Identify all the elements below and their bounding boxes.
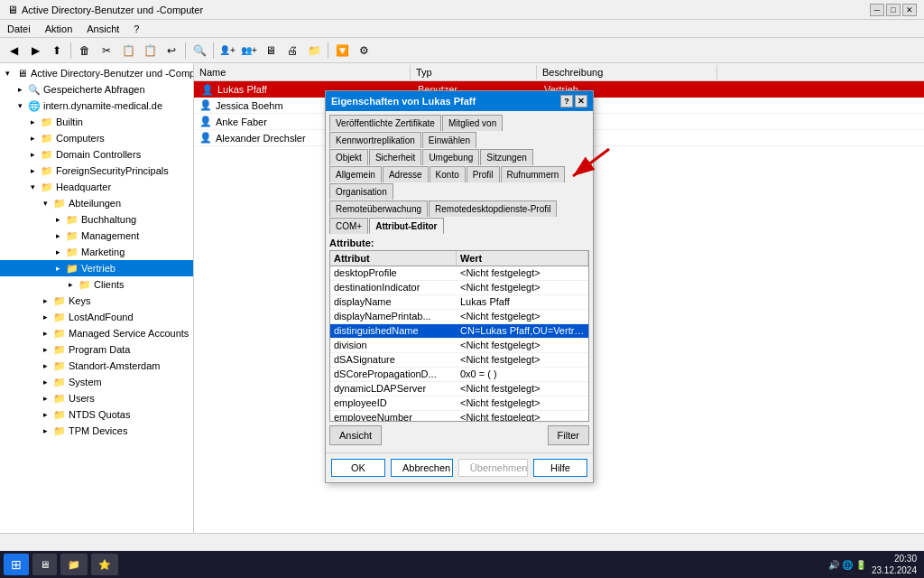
attrib-cell-attr: dSCorePropagationD...	[330, 368, 457, 381]
tab-veroeffentlichte[interactable]: Veröffentlichte Zertifikate	[329, 115, 441, 131]
attrib-cell-val: <Nicht festgelegt>	[457, 382, 588, 396]
tab-rufnummern[interactable]: Rufnummern	[501, 166, 566, 182]
attrib-row[interactable]: dynamicLDAPServer<Nicht festgelegt>	[330, 382, 588, 396]
attrib-row[interactable]: desktopProfile<Nicht festgelegt>	[330, 266, 588, 281]
attrib-row[interactable]: dSASignature<Nicht festgelegt>	[330, 353, 588, 368]
dialog-overlay: Eigenschaften von Lukas Pfaff ? ✕ Veröff…	[0, 0, 924, 578]
attrib-row[interactable]: dSCorePropagationD...0x0 = ( )	[330, 368, 588, 382]
tab-profil[interactable]: Profil	[467, 166, 500, 182]
attrib-cell-val: <Nicht festgelegt>	[457, 281, 588, 294]
attrib-cell-val: <Nicht festgelegt>	[457, 396, 588, 410]
dialog-content: Attribute: Attribut Wert desktopProfile<…	[326, 234, 593, 452]
attrib-cell-attr: displayNamePrintab...	[330, 310, 457, 323]
dialog-footer: OK Abbrechen Übernehmen Hilfe	[326, 452, 593, 482]
attrib-row[interactable]: employeeID<Nicht festgelegt>	[330, 396, 588, 411]
attrib-col-val: Wert	[457, 251, 588, 266]
attrib-cell-val: <Nicht festgelegt>	[457, 266, 588, 280]
tab-organisation[interactable]: Organisation	[329, 183, 393, 200]
attrib-cell-attr: desktopProfile	[330, 266, 457, 280]
attrib-table[interactable]: Attribut Wert desktopProfile<Nicht festg…	[329, 250, 589, 422]
attrib-row[interactable]: employeeNumber<Nicht festgelegt>	[330, 411, 588, 422]
tab-umgebung[interactable]: Umgebung	[422, 149, 479, 165]
tabs-row4: Remoteüberwachung Remotedesktopdienste-P…	[329, 200, 589, 234]
attrib-row[interactable]: displayNamePrintab...<Nicht festgelegt>	[330, 310, 588, 324]
abbrechen-button[interactable]: Abbrechen	[391, 459, 453, 477]
dialog-close-button[interactable]: ✕	[575, 95, 587, 107]
attrib-row[interactable]: distinguishedNameCN=Lukas Pfaff,OU=Vertr…	[330, 324, 588, 339]
hilfe-button[interactable]: Hilfe	[533, 459, 587, 477]
attrib-cell-attr: employeeNumber	[330, 411, 457, 422]
tab-remotedesktop[interactable]: Remotedesktopdienste-Profil	[429, 200, 557, 217]
tab-attribut-editor[interactable]: Attribut-Editor	[369, 218, 443, 234]
tab-konto[interactable]: Konto	[430, 166, 466, 182]
ansicht-button[interactable]: Ansicht	[329, 425, 382, 445]
attrib-cell-attr: distinguishedName	[330, 324, 457, 338]
tab-einwahlen[interactable]: Einwählen	[422, 132, 476, 148]
attrib-cell-attr: division	[330, 339, 457, 352]
tab-sitzungen[interactable]: Sitzungen	[480, 149, 532, 165]
tabs-row3: Allgemein Adresse Konto Profil Rufnummer…	[329, 166, 589, 200]
attrib-cell-attr: dynamicLDAPServer	[330, 382, 457, 396]
attrib-col-attr: Attribut	[330, 251, 457, 266]
ok-button[interactable]: OK	[331, 459, 385, 477]
tabs-row2: Objekt Sicherheit Umgebung Sitzungen	[329, 149, 589, 165]
attrib-cell-attr: dSASignature	[330, 353, 457, 367]
attrib-row[interactable]: displayNameLukas Pfaff	[330, 295, 588, 310]
tab-allgemein[interactable]: Allgemein	[329, 166, 382, 182]
attrib-section-label: Attribute:	[329, 238, 589, 248]
properties-dialog: Eigenschaften von Lukas Pfaff ? ✕ Veröff…	[325, 90, 594, 483]
attrib-cell-attr: displayName	[330, 295, 457, 309]
dialog-title-text: Eigenschaften von Lukas Pfaff	[331, 96, 476, 107]
tab-com[interactable]: COM+	[329, 218, 368, 234]
attrib-cell-attr: destinationIndicator	[330, 281, 457, 294]
attrib-cell-val: <Nicht festgelegt>	[457, 339, 588, 352]
attrib-cell-attr: employeeID	[330, 396, 457, 410]
attrib-row[interactable]: division<Nicht festgelegt>	[330, 339, 588, 353]
tab-objekt[interactable]: Objekt	[329, 149, 368, 165]
ubernehmen-button[interactable]: Übernehmen	[458, 459, 528, 477]
tab-mitglied[interactable]: Mitglied von	[442, 115, 503, 131]
tab-kennwort[interactable]: Kennwortreplikation	[329, 132, 421, 148]
dialog-title-bar: Eigenschaften von Lukas Pfaff ? ✕	[326, 91, 593, 111]
attrib-cell-val: <Nicht festgelegt>	[457, 310, 588, 323]
attrib-cell-val: <Nicht festgelegt>	[457, 353, 588, 367]
dialog-help-button[interactable]: ?	[560, 95, 573, 107]
attrib-buttons: Ansicht Filter	[329, 422, 589, 449]
tab-adresse[interactable]: Adresse	[383, 166, 429, 182]
attrib-cell-val: <Nicht festgelegt>	[457, 411, 588, 422]
tab-sicherheit[interactable]: Sicherheit	[369, 149, 421, 165]
attrib-cell-val: Lukas Pfaff	[457, 295, 588, 309]
filter-button[interactable]: Filter	[548, 425, 589, 445]
attrib-row[interactable]: destinationIndicator<Nicht festgelegt>	[330, 281, 588, 295]
attrib-table-header: Attribut Wert	[330, 251, 588, 266]
attrib-cell-val: CN=Lukas Pfaff,OU=Vertrieb,OU=Abteilunge…	[457, 324, 588, 338]
tab-remoteueberwachung[interactable]: Remoteüberwachung	[329, 200, 428, 217]
attrib-cell-val: 0x0 = ( )	[457, 368, 588, 381]
tabs-container: Veröffentlichte Zertifikate Mitglied von…	[326, 111, 593, 234]
tabs-row1: Veröffentlichte Zertifikate Mitglied von…	[329, 115, 589, 148]
